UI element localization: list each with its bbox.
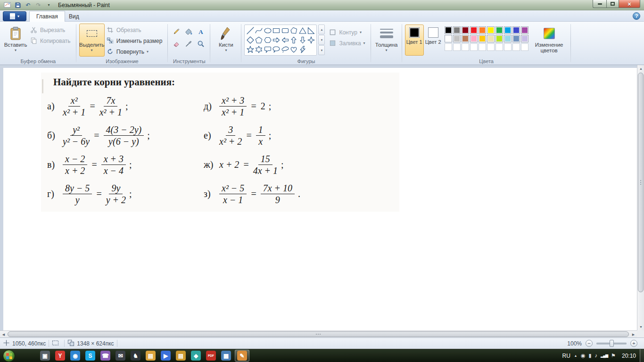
drawing-canvas[interactable]: Найдите корни уравнения: а)x²x² + 1=7xx²… (3, 68, 637, 330)
color-picker-tool-button[interactable] (183, 38, 194, 49)
shape-pentagon[interactable] (255, 36, 263, 45)
maximize-button[interactable] (606, 0, 619, 8)
shape-oval[interactable] (264, 26, 272, 35)
palette-swatch[interactable] (479, 26, 486, 34)
taskbar-app-viber[interactable]: ☎ (99, 350, 112, 362)
shape-callout-cloud[interactable] (281, 45, 289, 54)
shape-arrow-left[interactable] (281, 36, 289, 45)
palette-swatch[interactable] (487, 26, 495, 34)
taskbar-app-browser[interactable]: ◉ (69, 350, 82, 362)
tray-battery-icon[interactable]: ▮ (589, 353, 592, 358)
palette-swatch[interactable] (445, 35, 452, 42)
paste-button[interactable]: Вставить ▾ (3, 24, 28, 57)
shape-arrow-down[interactable] (298, 36, 306, 45)
resize-button[interactable]: Изменить размер (105, 36, 165, 46)
palette-swatch[interactable] (521, 43, 528, 51)
palette-swatch[interactable] (504, 26, 512, 34)
zoom-slider[interactable] (596, 343, 627, 345)
shape-star-5[interactable] (246, 45, 254, 54)
shape-diamond[interactable] (246, 36, 254, 45)
tray-notification-icon[interactable]: ⚑ (611, 353, 616, 358)
palette-swatch[interactable] (521, 35, 528, 42)
vertical-scroll-thumb[interactable] (638, 73, 644, 292)
taskbar-app-files[interactable]: ▣ (39, 350, 51, 362)
minimize-button[interactable] (593, 0, 606, 8)
crop-button[interactable]: Обрезать (105, 25, 165, 35)
taskbar-app-chess[interactable]: ♞ (129, 350, 142, 362)
eraser-tool-button[interactable] (171, 38, 182, 49)
zoom-out-button[interactable]: − (586, 340, 593, 347)
palette-swatch[interactable] (495, 43, 503, 51)
tray-expand-icon[interactable]: ▴ (575, 354, 577, 358)
close-button[interactable]: × (619, 0, 640, 8)
palette-swatch[interactable] (504, 43, 512, 51)
size-button[interactable]: Толщина ▾ (374, 24, 399, 57)
tray-volume-icon[interactable]: ♪ (595, 353, 598, 358)
file-menu-button[interactable]: ▾ (3, 11, 26, 21)
cut-button[interactable]: Вырезать (28, 25, 74, 35)
rotate-button[interactable]: Повернуть ▾ (105, 47, 165, 57)
palette-swatch[interactable] (453, 35, 461, 42)
zoom-in-button[interactable]: + (630, 340, 637, 347)
palette-swatch[interactable] (470, 26, 478, 34)
help-icon[interactable]: ? (633, 12, 640, 20)
palette-swatch[interactable] (445, 26, 452, 34)
shape-lightning[interactable] (298, 45, 306, 54)
tray-network-icon[interactable]: ▂▄▆ (601, 354, 608, 358)
undo-button[interactable]: ↶ (24, 1, 33, 9)
palette-swatch[interactable] (512, 35, 520, 42)
scroll-up-arrow[interactable]: ▲ (637, 65, 644, 72)
tab-home[interactable]: Главная (29, 11, 65, 22)
shape-rounded-rectangle[interactable] (281, 26, 289, 35)
shape-rectangle[interactable] (272, 26, 281, 35)
language-indicator[interactable]: RU (562, 353, 570, 359)
palette-swatch[interactable] (453, 43, 461, 51)
palette-swatch[interactable] (487, 43, 495, 51)
fill-tool-button[interactable] (183, 26, 194, 37)
shape-curve[interactable] (255, 26, 263, 35)
shape-polygon[interactable] (290, 26, 298, 35)
vertical-scrollbar[interactable]: ▲ ▼ (637, 65, 644, 330)
palette-swatch[interactable] (462, 26, 469, 34)
palette-swatch[interactable] (495, 35, 503, 42)
show-desktop-button[interactable] (640, 349, 644, 362)
tab-view[interactable]: Вид (62, 11, 86, 22)
paint-app-icon[interactable] (3, 1, 12, 9)
start-button[interactable] (3, 350, 15, 362)
palette-swatch[interactable] (504, 35, 512, 42)
taskbar-app-folder[interactable]: ▤ (144, 350, 157, 362)
shape-heart[interactable] (290, 45, 298, 54)
palette-swatch[interactable] (470, 35, 478, 42)
save-button[interactable] (13, 1, 22, 9)
outline-button[interactable]: Контур ▾ (327, 27, 368, 37)
scroll-down-arrow[interactable]: ▼ (637, 323, 644, 330)
color2-button[interactable]: Цвет 2 (424, 25, 443, 56)
taskbar-app-skype[interactable]: S (84, 350, 97, 362)
palette-swatch[interactable] (521, 26, 528, 34)
shape-arrow-right[interactable] (272, 36, 281, 45)
palette-swatch[interactable] (462, 35, 469, 42)
shape-star-4[interactable] (307, 36, 315, 45)
shape-triangle[interactable] (298, 26, 306, 35)
shape-arrow-up[interactable] (290, 36, 298, 45)
shapes-more-button[interactable]: ▼ (318, 45, 325, 55)
shape-right-triangle[interactable] (307, 26, 315, 35)
qat-customize-dropdown[interactable]: ▾ (44, 1, 53, 9)
scroll-left-arrow[interactable]: ◀ (0, 331, 7, 338)
text-tool-button[interactable]: A (195, 26, 206, 37)
copy-button[interactable]: Копировать (28, 36, 74, 46)
tray-antivirus-icon[interactable]: ◉ (581, 353, 586, 358)
horizontal-scrollbar[interactable]: ◀ ▶ (0, 330, 637, 337)
palette-swatch[interactable] (512, 43, 520, 51)
taskbar-app-mail[interactable]: ✉ (114, 350, 127, 362)
magnifier-tool-button[interactable] (195, 38, 206, 49)
taskbar-app-photos[interactable]: ▦ (220, 350, 232, 362)
palette-swatch[interactable] (512, 26, 520, 34)
palette-swatch[interactable] (487, 35, 495, 42)
color1-button[interactable]: Цвет 1 (405, 25, 424, 56)
palette-swatch[interactable] (479, 43, 486, 51)
horizontal-scroll-thumb[interactable] (8, 331, 629, 337)
zoom-slider-thumb[interactable] (610, 340, 614, 347)
palette-swatch[interactable] (495, 26, 503, 34)
clock[interactable]: 20:10 (622, 353, 636, 359)
